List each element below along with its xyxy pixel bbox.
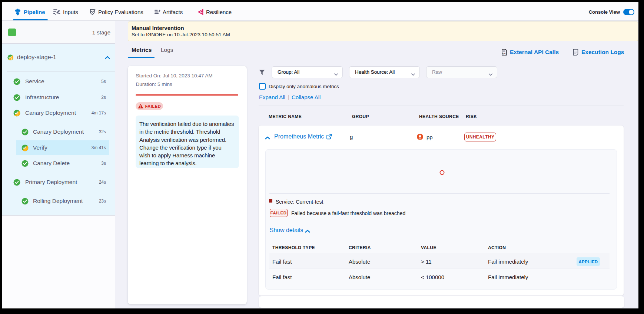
- svg-text:API: API: [502, 53, 506, 55]
